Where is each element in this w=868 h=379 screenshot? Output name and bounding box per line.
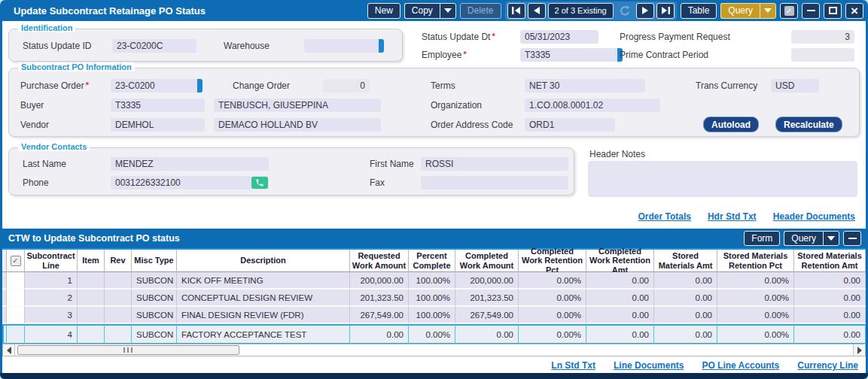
grid-cell-stored-materials-retention-amt[interactable]: 0.00: [794, 324, 866, 344]
dial-phone-button[interactable]: [251, 177, 268, 189]
order-address-code-field[interactable]: ORD1: [525, 118, 615, 132]
row-checkbox-cell[interactable]: [7, 307, 25, 324]
grid-cell-rev[interactable]: [105, 324, 132, 344]
grid-cell-item[interactable]: [78, 307, 105, 324]
grid-cell-stored-materials-retention-pct[interactable]: 0.00%: [717, 272, 794, 290]
refresh-button[interactable]: [616, 3, 634, 19]
grid-cell-stored-materials-retention-pct[interactable]: 0.00%: [717, 324, 794, 344]
scrollbar-thumb[interactable]: [17, 345, 239, 355]
ln-std-txt-link[interactable]: Ln Std Txt: [551, 360, 595, 371]
select-records-button[interactable]: ✓: [780, 3, 798, 19]
row-checkbox-cell[interactable]: [7, 272, 25, 290]
grid-cell-completed-work-retention-amt[interactable]: 0.00: [586, 324, 654, 344]
status-update-id-field[interactable]: 23-C0200C: [112, 39, 196, 53]
buyer-name-field[interactable]: TENBUSCH, GIUSEPPINA: [214, 99, 381, 112]
maximize-button[interactable]: [824, 3, 842, 19]
grid-query-dropdown-button[interactable]: [823, 231, 839, 246]
scroll-left-button[interactable]: [3, 344, 15, 356]
buyer-code-field[interactable]: T3335: [111, 99, 205, 112]
phone-field[interactable]: 0031226332100: [111, 176, 269, 190]
last-record-button[interactable]: [656, 3, 675, 19]
table-view-button[interactable]: Table: [681, 3, 717, 19]
terms-field[interactable]: NET 30: [525, 79, 645, 92]
prime-contract-period-field[interactable]: [791, 48, 854, 62]
grid-cell-completed-work-amount[interactable]: 200,000.00: [455, 272, 519, 290]
vendor-name-field[interactable]: DEMACO HOLLAND BV: [214, 118, 381, 132]
grid-cell-percent-complete[interactable]: 0.00%: [409, 324, 455, 344]
grid-cell-misc-type[interactable]: SUBCON: [132, 307, 177, 324]
grid-query-button[interactable]: Query: [784, 231, 823, 246]
recalculate-button[interactable]: Recalculate: [775, 117, 842, 132]
grid-cell-rev[interactable]: [105, 290, 132, 307]
grid-cell-percent-complete[interactable]: 100.00%: [409, 290, 455, 307]
grid-cell-rev[interactable]: [105, 272, 132, 290]
previous-record-button[interactable]: [528, 3, 546, 19]
grid-minimize-button[interactable]: [843, 231, 861, 246]
purchase-order-lookup-icon[interactable]: [197, 79, 203, 92]
grid-cell-stored-materials-retention-amt[interactable]: 0.00: [794, 290, 866, 307]
query-dropdown-button[interactable]: [760, 3, 776, 19]
row-checkbox-cell[interactable]: [7, 290, 25, 307]
grid-cell-stored-materials-amt[interactable]: 0.00: [654, 290, 717, 307]
grid-cell-requested-work-amount[interactable]: 201,323.50: [350, 290, 409, 307]
grid-cell-completed-work-amount[interactable]: 0.00: [455, 324, 519, 344]
grid-cell-stored-materials-retention-pct[interactable]: 0.00%: [717, 307, 794, 324]
hdr-std-txt-link[interactable]: Hdr Std Txt: [708, 211, 757, 222]
currency-line-link[interactable]: Currency Line: [797, 360, 858, 371]
new-button[interactable]: New: [367, 3, 400, 19]
grid-cell-requested-work-amount[interactable]: 0.00: [350, 324, 409, 344]
warehouse-lookup-icon[interactable]: [379, 39, 384, 53]
grid-cell-line[interactable]: 4: [25, 324, 78, 344]
change-order-field[interactable]: 0: [323, 79, 370, 92]
grid-cell-stored-materials-amt[interactable]: 0.00: [654, 272, 717, 290]
form-view-button[interactable]: Form: [744, 231, 780, 246]
query-button[interactable]: Query: [720, 3, 760, 19]
copy-dropdown-button[interactable]: [440, 3, 456, 19]
select-all-checkbox-icon[interactable]: ✓: [11, 256, 21, 266]
grid-cell-completed-work-retention-amt[interactable]: 0.00: [586, 290, 654, 307]
vendor-code-field[interactable]: DEMHOL: [111, 118, 205, 132]
grid-cell-stored-materials-retention-pct[interactable]: 0.00%: [717, 290, 794, 307]
grid-cell-item[interactable]: [78, 272, 105, 290]
grid-cell-completed-work-retention-amt[interactable]: 0.00: [586, 272, 654, 290]
autoload-button[interactable]: Autoload: [703, 117, 759, 132]
grid-cell-item[interactable]: [78, 324, 105, 344]
po-line-accounts-link[interactable]: PO Line Accounts: [702, 360, 779, 371]
header-documents-link[interactable]: Header Documents: [773, 211, 855, 222]
grid-cell-completed-work-retention-amt[interactable]: 0.00: [586, 307, 654, 324]
organization-field[interactable]: 1.CO.008.0001.02: [525, 99, 660, 112]
employee-field[interactable]: T3335: [520, 48, 623, 62]
grid-cell-item[interactable]: [78, 290, 105, 307]
grid-cell-completed-work-retention-pct[interactable]: 0.00%: [519, 324, 586, 344]
status-update-dt-field[interactable]: 05/31/2023: [520, 30, 598, 44]
grid-cell-completed-work-amount[interactable]: 267,549.00: [455, 307, 519, 324]
grid-cell-stored-materials-retention-amt[interactable]: 0.00: [794, 272, 866, 290]
next-record-button[interactable]: [636, 3, 654, 19]
grid-cell-completed-work-amount[interactable]: 201,323.50: [455, 290, 519, 307]
grid-cell-completed-work-retention-pct[interactable]: 0.00%: [519, 290, 586, 307]
grid-cell-line[interactable]: 3: [25, 307, 78, 324]
delete-button[interactable]: Delete: [460, 3, 501, 19]
grid-cell-stored-materials-amt[interactable]: 0.00: [654, 307, 717, 324]
fax-field[interactable]: [421, 176, 568, 190]
progress-payment-request-field[interactable]: 3: [791, 30, 854, 44]
grid-cell-line[interactable]: 1: [25, 272, 78, 290]
grid-cell-completed-work-retention-pct[interactable]: 0.00%: [519, 272, 586, 290]
scrollbar-track[interactable]: [15, 344, 853, 356]
purchase-order-field[interactable]: 23-C0200: [111, 79, 203, 92]
trans-currency-field[interactable]: USD: [771, 79, 819, 92]
grid-cell-stored-materials-retention-amt[interactable]: 0.00: [794, 307, 866, 324]
grid-cell-description[interactable]: FINAL DESIGN REVIEW (FDR): [177, 307, 350, 324]
grid-cell-rev[interactable]: [105, 307, 132, 324]
header-notes-field[interactable]: [588, 161, 857, 197]
grid-cell-stored-materials-amt[interactable]: 0.00: [654, 324, 717, 344]
grid-cell-description[interactable]: KICK OFF MEETING: [177, 272, 350, 290]
grid-cell-description[interactable]: FACTORY ACCEPTANCE TEST: [177, 324, 350, 344]
last-name-field[interactable]: MENDEZ: [111, 157, 269, 171]
grid-cell-completed-work-retention-pct[interactable]: 0.00%: [519, 307, 586, 324]
copy-button[interactable]: Copy: [404, 3, 440, 19]
minimize-button[interactable]: [802, 3, 820, 19]
grid-cell-misc-type[interactable]: SUBCON: [132, 324, 177, 344]
line-documents-link[interactable]: Line Documents: [614, 360, 684, 371]
grid-cell-percent-complete[interactable]: 100.00%: [409, 307, 455, 324]
